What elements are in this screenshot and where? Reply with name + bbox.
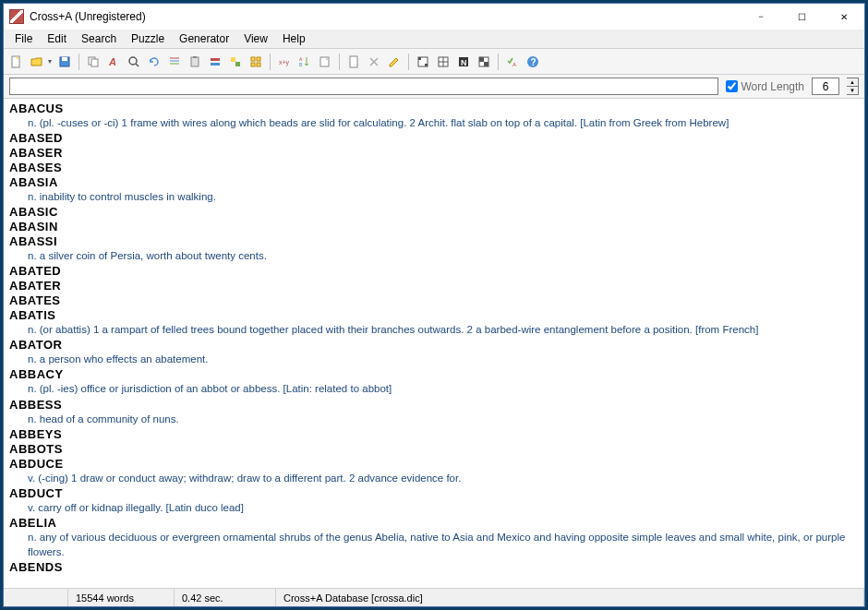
shapes-icon[interactable] [226,53,245,71]
menu-search[interactable]: Search [74,30,124,47]
clear-icon[interactable] [365,53,383,71]
open-dropdown-icon[interactable]: ▾ [48,57,54,66]
edit-icon[interactable] [385,53,404,71]
svg-text:A: A [512,62,516,67]
word-entry[interactable]: ABATIS [9,308,859,322]
word-entry[interactable]: ABATER [9,279,859,293]
new-icon[interactable] [7,53,26,71]
word-entry[interactable]: ABBOTS [9,442,859,456]
menu-puzzle[interactable]: Puzzle [124,30,172,47]
puzzle3-icon[interactable] [475,53,493,71]
svg-text:x+y: x+y [279,59,290,66]
minimize-button[interactable]: － [740,4,781,30]
svg-rect-11 [191,57,199,66]
svg-rect-29 [418,57,421,60]
word-definition: n. a silver coin of Persia, worth about … [9,248,859,263]
svg-rect-18 [257,57,260,61]
grid-icon[interactable] [247,53,265,71]
word-length-input[interactable] [812,78,839,95]
word-entry[interactable]: ABENDS [9,560,859,574]
list-icon[interactable] [165,53,184,71]
svg-rect-17 [251,57,255,61]
word-definition: n. any of various deciduous or evergreen… [9,530,859,559]
puzzle2-icon[interactable] [434,53,452,71]
search-bar: Word Length ▲ ▼ [4,75,864,99]
word-entry[interactable]: ABBESS [9,398,859,412]
font-icon[interactable]: A [104,53,123,71]
word-length-checkbox[interactable]: Word Length [726,80,805,93]
doc-icon[interactable] [344,53,363,71]
menu-help[interactable]: Help [275,30,313,47]
svg-text:B: B [299,62,303,67]
search-input[interactable] [9,78,718,95]
open-icon[interactable] [28,53,46,71]
status-count: 15544 words [68,589,175,606]
word-definition: n. (pl. -cuses or -ci) 1 frame with wire… [9,115,859,130]
title-bar: Cross+A (Unregistered) － ☐ ✕ [4,4,864,30]
svg-rect-13 [211,58,220,61]
word-list[interactable]: ABACUSn. (pl. -cuses or -ci) 1 frame wit… [4,99,864,588]
copy-icon[interactable] [84,53,102,71]
status-database: Cross+A Database [crossa.dic] [276,589,864,606]
word-entry[interactable]: ABASES [9,161,859,174]
word-entry[interactable]: ABASER [9,146,859,160]
word-entry[interactable]: ABBACY [9,367,859,381]
word-entry[interactable]: ABASIA [9,175,859,189]
word-entry[interactable]: ABBEYS [9,427,859,441]
spin-down-button[interactable]: ▼ [847,87,858,94]
svg-rect-16 [235,62,240,66]
save-icon[interactable] [55,53,74,71]
svg-rect-38 [484,62,488,66]
check-ab-icon[interactable]: A [503,53,522,71]
word-entry[interactable]: ABATED [9,264,859,278]
word-length-label: Word Length [741,80,805,93]
status-time: 0.42 sec. [175,589,276,606]
menu-bar: File Edit Search Puzzle Generator View H… [4,30,864,49]
close-button[interactable]: ✕ [823,4,864,30]
svg-text:N: N [461,58,467,67]
window-controls: － ☐ ✕ [740,4,864,30]
sort-az-icon[interactable]: AB [295,53,314,71]
svg-rect-15 [231,57,235,62]
word-entry[interactable]: ABASED [9,131,859,145]
word-definition: n. head of a community of nuns. [9,412,859,426]
word-definition: n. inability to control muscles in walki… [9,189,859,204]
word-definition: n. (pl. -ies) office or jurisdiction of … [9,381,859,396]
word-entry[interactable]: ABDUCT [9,486,859,500]
word-length-check-input[interactable] [726,80,738,92]
word-entry[interactable]: ABATES [9,293,859,307]
crossword-icon[interactable] [414,53,432,71]
application-window: Cross+A (Unregistered) － ☐ ✕ File Edit S… [3,3,865,607]
flag-icon[interactable] [206,53,224,71]
svg-rect-2 [62,57,67,61]
help-icon[interactable]: ? [524,53,542,71]
word-entry[interactable]: ABELIA [9,516,859,530]
xy-icon[interactable]: x+y [275,53,294,71]
number-icon[interactable]: N [454,53,473,71]
search-icon[interactable] [125,53,143,71]
spin-up-button[interactable]: ▲ [847,78,858,87]
status-empty [4,589,68,606]
menu-file[interactable]: File [7,30,40,47]
word-entry[interactable]: ABDUCE [9,457,859,471]
svg-text:?: ? [531,57,536,67]
maximize-button[interactable]: ☐ [781,4,823,30]
svg-rect-25 [350,56,357,67]
svg-text:A: A [108,56,116,67]
menu-generator[interactable]: Generator [172,30,236,47]
refresh-icon[interactable] [145,53,163,71]
word-definition: v. (-cing) 1 draw or conduct away; withd… [9,471,859,485]
menu-view[interactable]: View [236,30,275,47]
word-entry[interactable]: ABASSI [9,234,859,248]
menu-edit[interactable]: Edit [40,30,74,47]
word-entry[interactable]: ABACUS [9,102,859,115]
toolbar: ▾ A x+y AB N A ? [4,49,864,75]
word-entry[interactable]: ABASIC [9,205,859,219]
word-entry[interactable]: ABATOR [9,338,859,352]
svg-rect-20 [257,63,260,66]
svg-rect-37 [479,57,484,62]
word-entry[interactable]: ABASIN [9,220,859,233]
clipboard-icon[interactable] [186,53,204,71]
note-icon[interactable] [316,53,334,71]
svg-rect-4 [91,59,98,66]
